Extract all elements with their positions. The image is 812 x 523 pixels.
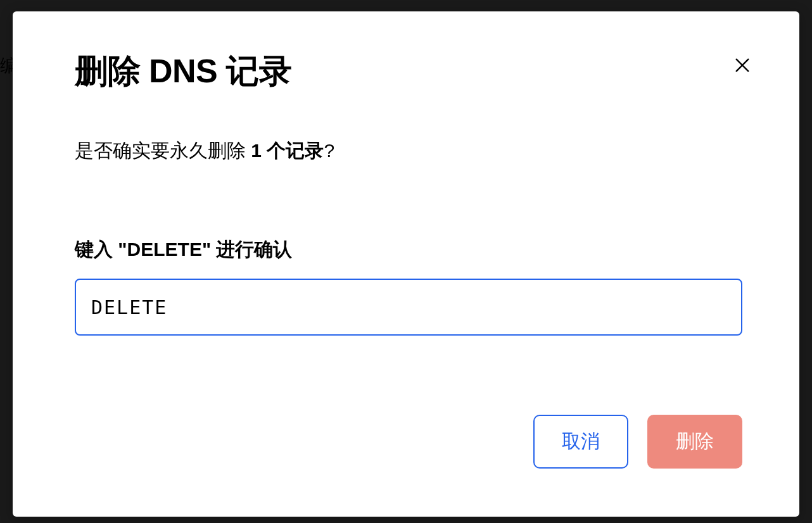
delete-dns-record-modal: 删除 DNS 记录 是否确实要永久删除 1 个记录? 键入 "DELETE" 进… — [13, 11, 799, 517]
modal-header: 删除 DNS 记录 — [75, 49, 749, 94]
confirm-delete-input[interactable] — [75, 279, 742, 336]
delete-button[interactable]: 删除 — [647, 415, 742, 469]
confirmation-count: 1 个记录 — [251, 140, 324, 161]
close-icon — [733, 56, 751, 74]
modal-actions: 取消 删除 — [75, 415, 749, 469]
confirmation-suffix: ? — [324, 140, 334, 161]
close-button[interactable] — [730, 53, 755, 78]
modal-title: 删除 DNS 记录 — [75, 49, 749, 94]
confirmation-prefix: 是否确实要永久删除 — [75, 140, 251, 161]
confirm-input-label: 键入 "DELETE" 进行确认 — [75, 237, 749, 263]
confirmation-message: 是否确实要永久删除 1 个记录? — [75, 138, 749, 164]
cancel-button[interactable]: 取消 — [533, 415, 628, 469]
